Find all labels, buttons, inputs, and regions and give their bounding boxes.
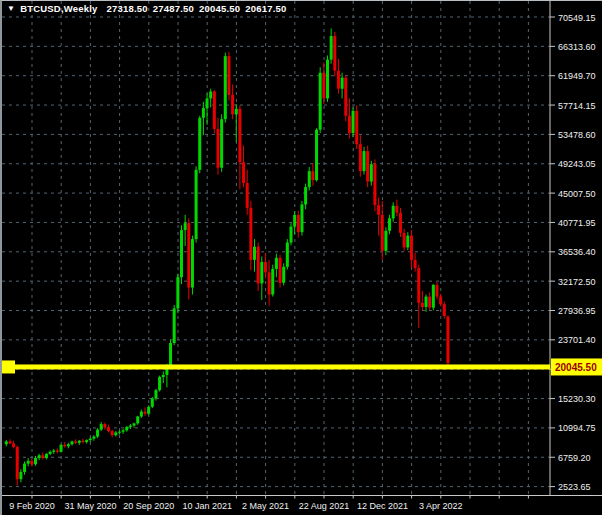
- candle-bull: [136, 416, 139, 425]
- candle-bear: [249, 201, 252, 270]
- candle-bear: [403, 229, 406, 251]
- candle-body: [89, 439, 92, 440]
- candle-body: [381, 215, 384, 251]
- candle-body: [107, 428, 110, 431]
- candle-bear: [187, 218, 190, 299]
- price-axis-label: 10994.75: [558, 423, 596, 433]
- candle-body: [114, 432, 117, 435]
- quote-high: 27487.50: [153, 3, 194, 14]
- price-axis-label: 66313.60: [558, 42, 596, 52]
- candle-body: [184, 223, 187, 230]
- candle-body: [446, 317, 449, 363]
- candle-body: [122, 430, 125, 431]
- time-axis-label: 31 May 2020: [64, 501, 116, 511]
- candle-bear: [257, 243, 260, 292]
- candle-body: [271, 269, 274, 295]
- candle-bear: [417, 265, 420, 328]
- candle-bull: [96, 428, 99, 438]
- candle-bull: [122, 429, 125, 434]
- price-axis-label: 2523.65: [558, 482, 591, 492]
- candle-bull: [206, 94, 209, 125]
- candle-bear: [41, 453, 44, 460]
- candle-body: [38, 455, 41, 458]
- candle-bull: [147, 405, 150, 415]
- candle-body: [195, 170, 198, 239]
- candle-body: [111, 431, 114, 435]
- candle-body: [67, 444, 70, 446]
- candle-bull: [169, 340, 172, 369]
- candle-body: [125, 427, 128, 430]
- candle-bear: [377, 198, 380, 236]
- candle-bull: [209, 89, 212, 108]
- price-axis-label: 15230.30: [558, 394, 596, 404]
- candle-bear: [238, 105, 241, 189]
- candle-body: [384, 231, 387, 251]
- candle-bull: [89, 437, 92, 442]
- candle-bear: [242, 146, 245, 188]
- candle-bull: [52, 449, 55, 454]
- candle-bear: [297, 211, 300, 238]
- candle-bull: [304, 184, 307, 210]
- candle-bear: [333, 32, 336, 76]
- candle-body: [41, 455, 44, 458]
- candle-body: [180, 230, 183, 277]
- candle-bull: [27, 458, 30, 466]
- candle-body: [326, 60, 329, 99]
- candle-bull: [71, 441, 74, 446]
- candle-bull: [384, 227, 387, 255]
- candle-bear: [322, 62, 325, 104]
- candle-body: [395, 206, 398, 213]
- candle-body: [414, 260, 417, 268]
- price-axis-label: 57714.15: [558, 101, 596, 111]
- candle-body: [5, 441, 8, 444]
- hline-price-label: 20045.50: [555, 362, 597, 373]
- candle-body: [377, 205, 380, 215]
- candle-body: [352, 111, 355, 133]
- candle-bear: [344, 75, 347, 121]
- candlestick-chart[interactable]: 70549.1566313.6061949.7057714.1553478.60…: [2, 1, 602, 515]
- candle-bear: [107, 425, 110, 433]
- candle-bull: [202, 102, 205, 135]
- candle-bull: [162, 371, 165, 383]
- candle-body: [118, 432, 121, 433]
- candle-body: [399, 213, 402, 233]
- candle-bull: [67, 443, 70, 449]
- candle-body: [300, 204, 303, 232]
- candle-body: [370, 164, 373, 181]
- horizontal-price-line[interactable]: 20045.50: [2, 358, 602, 375]
- candle-body: [187, 223, 190, 287]
- candle-body: [235, 109, 238, 115]
- candle-body: [403, 233, 406, 248]
- time-axis-label: 2 May 2021: [242, 501, 289, 511]
- candle-body: [92, 437, 95, 439]
- time-axis-label: 20 Sep 2020: [123, 501, 174, 511]
- candle-bear: [355, 105, 358, 149]
- candle-bull: [282, 263, 285, 285]
- candle-body: [257, 247, 260, 284]
- symbol-dropdown-icon[interactable]: ▼: [7, 4, 15, 13]
- candle-bull: [235, 104, 238, 142]
- candle-bear: [421, 291, 424, 310]
- candle-bull: [180, 225, 183, 284]
- candle-bear: [410, 230, 413, 267]
- candle-bull: [100, 422, 103, 431]
- candle-bull: [92, 435, 95, 441]
- candle-bear: [399, 208, 402, 237]
- candle-bear: [111, 430, 114, 438]
- candle-body: [253, 247, 256, 260]
- candle-bear: [279, 255, 282, 288]
- price-axis-label: 70549.15: [558, 13, 596, 23]
- candle-body: [293, 215, 296, 227]
- candle-body: [133, 423, 136, 425]
- candle-bear: [81, 439, 84, 444]
- candle-body: [81, 441, 84, 442]
- quote-low: 20045.50: [199, 3, 240, 14]
- candle-body: [348, 116, 351, 133]
- candle-bull: [184, 215, 187, 246]
- price-axis-label: 36536.40: [558, 247, 596, 257]
- candle-bear: [268, 260, 271, 306]
- candle-body: [260, 262, 263, 283]
- candle-body: [286, 243, 289, 267]
- candle-bull: [330, 28, 333, 63]
- candle-body: [27, 461, 30, 464]
